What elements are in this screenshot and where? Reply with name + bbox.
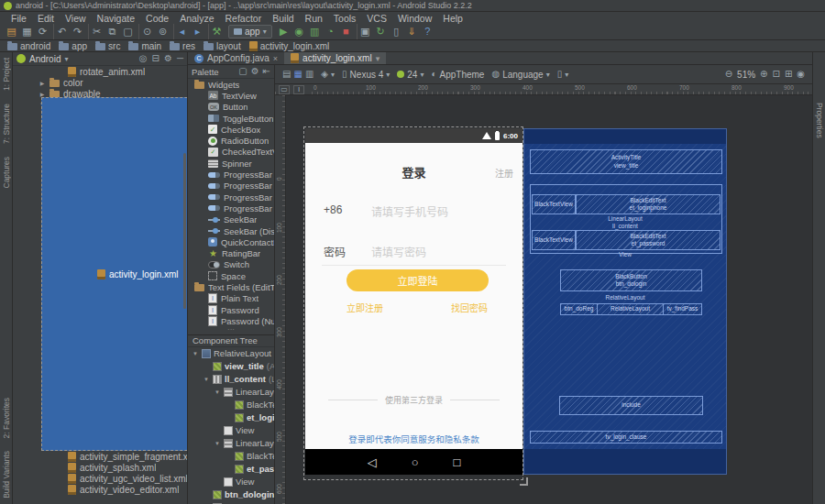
component-tree-item[interactable]: ▼ LinearLayout (188, 437, 274, 450)
component-tree-item[interactable]: ▼ ll_content (LinearLayout) (188, 373, 274, 386)
zoom-out-icon[interactable] (725, 70, 732, 79)
dock-icon[interactable]: ⇤ (263, 67, 270, 76)
component-tree-item[interactable]: ▼ LinearLayout (188, 386, 274, 399)
palette-item[interactable]: ProgressBar (188, 181, 274, 192)
nav-back-icon[interactable]: ◁ (368, 455, 377, 469)
palette-gear-icon[interactable]: ⚙ (251, 67, 259, 76)
make-project-icon[interactable]: ⚒ (208, 24, 225, 39)
menu-item[interactable]: VCS (361, 13, 392, 24)
menu-item[interactable]: View (60, 13, 92, 24)
palette-item[interactable]: Plain Text (188, 293, 274, 304)
blueprint-include[interactable]: include (559, 396, 703, 415)
menu-item[interactable]: Help (437, 13, 468, 24)
stop-icon[interactable]: ■ (338, 24, 354, 39)
password-input-placeholder[interactable]: 请填写密码 (371, 244, 426, 259)
palette-item[interactable]: CheckBox (188, 124, 274, 135)
blueprint-tv-findpass[interactable]: tv_findPass (663, 304, 701, 314)
resize-handle[interactable] (520, 477, 528, 486)
project-scrollbar[interactable] (183, 153, 186, 309)
blueprint-et-password[interactable]: BlackEditText et_password (576, 230, 720, 250)
profiler-icon[interactable]: ◔ (323, 24, 338, 39)
design-mode-icon[interactable] (282, 70, 291, 79)
blueprint-relativelayout-2[interactable]: RelativeLayout (598, 304, 663, 314)
cut-icon[interactable]: ✂ (88, 24, 104, 39)
tree-item[interactable]: activity_video_editor.xml (13, 484, 187, 495)
palette-item[interactable]: ProgressBar (Large) (188, 169, 274, 180)
menu-item[interactable]: Edit (32, 13, 60, 24)
password-label[interactable]: 密码 (324, 244, 346, 259)
back-icon[interactable]: ◂ (173, 24, 190, 39)
component-tree-item[interactable]: View (188, 424, 274, 437)
save-all-icon[interactable]: ▦ (19, 24, 35, 39)
blueprint-btn-doreg[interactable]: btn_doReg (561, 304, 598, 314)
copy-icon[interactable]: ⧉ (104, 24, 120, 39)
blueprint-blacktextview-1[interactable]: BlackTextView (532, 194, 576, 214)
palette-item[interactable]: ProgressBar (Small) (188, 192, 274, 203)
component-tree-item[interactable]: BlackTextView (188, 450, 274, 463)
open-icon[interactable]: ▤ (4, 24, 19, 39)
hide-panel-icon[interactable]: ─ (177, 54, 183, 63)
phone-prefix-label[interactable]: +86 (324, 203, 342, 216)
palette-item[interactable]: CheckedTextView (188, 147, 274, 158)
menu-item[interactable]: Tools (328, 13, 362, 24)
split-mode-icon[interactable] (305, 70, 314, 79)
run-configuration-selector[interactable]: app (228, 25, 272, 38)
paste-icon[interactable]: ▢ (120, 24, 136, 39)
phone-input-placeholder[interactable]: 请填写手机号码 (371, 203, 448, 219)
palette-item[interactable]: Spinner (188, 158, 274, 169)
component-tree-item[interactable]: et_loginphone (188, 411, 274, 424)
tree-item[interactable]: activity_simple_fragment.xml (13, 451, 187, 462)
tool-window-button[interactable]: 2: Favorites (2, 398, 11, 438)
blueprint-tv-login-clause[interactable]: tv_login_clause (530, 431, 722, 444)
component-tree-item[interactable]: ▼ RelativeLayout (188, 347, 274, 360)
palette-item[interactable]: Button (188, 102, 274, 113)
register-now-link[interactable]: 立即注册 (346, 301, 383, 314)
palette-item[interactable]: RatingBar (188, 247, 274, 258)
find-icon[interactable]: ⊙ (138, 24, 155, 39)
coverage-icon[interactable]: ▥ (307, 24, 323, 39)
chevron-down-icon[interactable] (64, 54, 68, 64)
editor-tab[interactable]: AppConfig.java × (188, 52, 284, 64)
tree-item[interactable]: rotate_anim.xml (13, 66, 187, 77)
login-button[interactable]: 立即登陆 (346, 269, 489, 291)
nav-recents-icon[interactable]: □ (454, 455, 461, 469)
run-icon[interactable]: ▶ (276, 24, 292, 39)
blueprint-et-loginphone[interactable]: BlackEditText et_loginphone (576, 194, 720, 214)
palette-item[interactable]: SeekBar (Discrete) (188, 225, 274, 236)
tree-item[interactable]: activity_login.xml (41, 97, 187, 451)
register-link[interactable]: 注册 (495, 166, 513, 180)
editor-tab[interactable]: activity_login.xml ▾ (284, 52, 386, 64)
menu-item[interactable]: Code (140, 13, 174, 24)
tool-window-button[interactable]: 1: Project (2, 58, 11, 91)
tool-window-button-properties[interactable]: Properties (815, 103, 824, 138)
tab-close-icon[interactable]: × (273, 54, 278, 63)
tool-window-button[interactable]: Build Variants (2, 451, 11, 499)
tool-window-button[interactable]: Captures (2, 157, 11, 189)
blueprint-blacktextview-2[interactable]: BlackTextView (532, 230, 576, 250)
breadcrumb-item[interactable]: src (95, 41, 120, 51)
locale-selector[interactable]: Language (491, 70, 549, 80)
palette-item[interactable]: Text Fields (EditText) (188, 281, 274, 292)
tree-item[interactable]: activity_splash.xml (13, 462, 187, 473)
theme-selector[interactable]: AppTheme (431, 70, 484, 80)
project-view-selector[interactable]: Android (29, 54, 60, 64)
terms-clause-link[interactable]: 登录即代表你同意服务和隐私条款 (305, 433, 522, 445)
palette-item[interactable]: ProgressBar (Horizontal) (188, 203, 274, 214)
notifications-icon[interactable] (797, 70, 805, 79)
redo-icon[interactable]: ↷ (70, 24, 85, 39)
pan-icon[interactable] (785, 70, 792, 79)
gradle-sync-icon[interactable]: ↻ (373, 24, 389, 39)
preview-toggle-icon[interactable]: ▢ (238, 67, 247, 76)
palette-item[interactable]: ToggleButton (188, 113, 274, 124)
replace-icon[interactable]: ⊚ (155, 24, 170, 39)
blueprint-view-title[interactable]: ActivityTitle view_title (530, 149, 722, 174)
component-tree-item[interactable]: ▼ RelativeLayout (188, 501, 274, 504)
palette-item[interactable]: TextView (188, 90, 274, 101)
component-tree-item[interactable]: view_title (ActivityTitle) (188, 360, 274, 373)
undo-icon[interactable]: ↶ (53, 24, 70, 39)
tree-item[interactable]: activity_ugc_video_list.xml (13, 473, 187, 484)
login-title[interactable]: 登录 (305, 163, 522, 181)
breadcrumb-item[interactable]: app (59, 41, 87, 51)
menu-item[interactable]: Navigate (92, 13, 140, 24)
zoom-fit-icon[interactable] (772, 70, 779, 79)
